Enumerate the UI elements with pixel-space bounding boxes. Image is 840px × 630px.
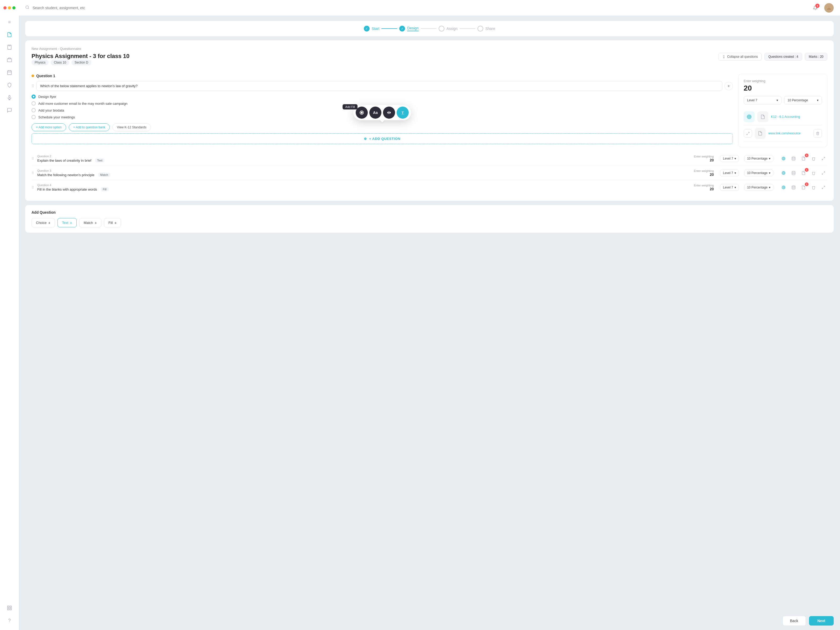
option4-text: Schedule your meetings — [38, 115, 75, 119]
q2-expand-icon[interactable] — [819, 155, 827, 163]
text-type-label: Text — [62, 221, 68, 225]
level-chevron-icon: ▾ — [777, 98, 778, 102]
resource-link-text[interactable]: www.link.com/resource — [768, 131, 811, 135]
add-more-option-button[interactable]: + Add more option — [32, 123, 66, 131]
topbar: 5 — [19, 0, 840, 16]
collapse-btn-label: Collapse all questions — [727, 55, 758, 58]
toolbar-radio-button[interactable] — [356, 107, 368, 118]
table-row: ⠿ Question 3 Match the following newton'… — [32, 166, 827, 180]
q3-level-select[interactable]: Level 7 ▾ — [720, 170, 739, 177]
q2-doc-icon[interactable]: 3 — [800, 155, 807, 163]
q4-pct-select[interactable]: 10 Percentage ▾ — [744, 184, 773, 191]
fill-type-button[interactable]: Fill + — [104, 218, 121, 227]
main-content: 5 ✓ Start ✓ Design — [19, 0, 840, 630]
q3-weight-label: Enter weighting — [694, 169, 714, 172]
svg-line-23 — [747, 134, 748, 135]
view-standards-label: View K-12 Standards — [117, 125, 147, 129]
next-button[interactable]: Next — [809, 616, 834, 625]
back-button[interactable]: Back — [783, 616, 806, 626]
q3-target-icon[interactable] — [780, 169, 788, 177]
menu-icon[interactable]: ≡ — [4, 17, 15, 27]
fill-type-label: Fill — [108, 221, 113, 225]
step-line-3 — [459, 28, 475, 29]
resource-name-link[interactable]: K12 - 6.1 Accounting — [771, 115, 822, 118]
toolbar-arrow-button[interactable] — [383, 107, 395, 118]
option1-radio[interactable] — [32, 95, 36, 99]
q4-expand-icon[interactable] — [819, 183, 827, 191]
option2-radio[interactable] — [32, 101, 36, 106]
step-share-label: Share — [485, 27, 495, 31]
q2-badge: Text — [95, 158, 104, 163]
q2-pct-select[interactable]: 10 Percentage ▾ — [744, 155, 773, 162]
add-to-bank-button[interactable]: + Add to question bank — [69, 123, 110, 131]
document-icon[interactable] — [4, 29, 15, 40]
q2-info: Question 2 Explain the laws of creativit… — [37, 155, 691, 163]
calendar-icon[interactable] — [4, 67, 15, 78]
weighting-value: 20 — [744, 84, 822, 92]
level-select[interactable]: Level 7 ▾ — [744, 96, 782, 104]
option3-radio[interactable] — [32, 108, 36, 112]
clipboard-icon[interactable] — [4, 42, 15, 52]
float-tooltip: Add Fill — [343, 104, 357, 109]
question1-drag-handle[interactable]: ⠿ — [32, 84, 34, 88]
question1-input[interactable] — [36, 81, 722, 91]
match-plus-icon: + — [95, 221, 97, 225]
sidebar: ≡ ? — [0, 0, 19, 630]
svg-line-22 — [748, 132, 749, 133]
q4-target-icon[interactable] — [780, 183, 788, 191]
toolbar-fill-button[interactable]: T — [396, 107, 409, 118]
resource-expand-button[interactable] — [744, 129, 752, 137]
table-row: ⠿ Question 2 Explain the laws of creativ… — [32, 152, 827, 166]
fill-plus-icon: + — [114, 221, 117, 225]
match-type-button[interactable]: Match + — [79, 218, 101, 227]
toolbar-text-button[interactable]: Aa — [369, 107, 381, 118]
q4-delete-icon[interactable] — [810, 183, 818, 191]
svg-rect-6 — [9, 96, 10, 98]
view-standards-button[interactable]: View K-12 Standards — [112, 123, 151, 131]
q4-badge-count: 2 — [805, 182, 808, 186]
search-input[interactable] — [33, 6, 807, 10]
resource-row-1: K12 - 6.1 Accounting — [744, 109, 822, 125]
q3-expand-icon[interactable] — [819, 169, 827, 177]
minimize-dot — [8, 6, 11, 9]
text-type-button[interactable]: Text + — [57, 218, 77, 227]
q2-level-select[interactable]: Level 7 ▾ — [720, 155, 739, 162]
shield-icon[interactable] — [4, 80, 15, 90]
q2-delete-icon[interactable] — [810, 155, 818, 163]
help-icon[interactable]: ? — [4, 615, 15, 626]
mic-icon[interactable] — [4, 92, 15, 103]
q2-db-icon[interactable] — [789, 155, 797, 163]
q2-target-icon[interactable] — [780, 155, 788, 163]
choice-type-button[interactable]: Choice + — [32, 218, 55, 227]
step-design-circle: ✓ — [399, 26, 405, 32]
q2-drag-handle[interactable]: ⠿ — [32, 157, 34, 161]
header-actions: Collapse all questions Questions created… — [718, 53, 827, 61]
question1-add-button[interactable]: + — [725, 82, 733, 90]
q3-drag-handle[interactable]: ⠿ — [32, 171, 34, 175]
q2-weight-val: 20 — [710, 158, 714, 162]
q3-delete-icon[interactable] — [810, 169, 818, 177]
add-question-button[interactable]: ⊕ + ADD QUESTION — [32, 133, 733, 144]
percentage-select[interactable]: 10 Percentage ▾ — [784, 96, 822, 104]
q4-drag-handle[interactable]: ⠿ — [32, 186, 34, 189]
grid-icon[interactable] — [4, 603, 15, 613]
q4-db-icon[interactable] — [789, 183, 797, 191]
q3-db-icon[interactable] — [789, 169, 797, 177]
q4-doc-icon[interactable]: 2 — [800, 183, 807, 191]
q2-num: Question 2 — [37, 155, 691, 158]
resource-delete-button[interactable] — [813, 129, 822, 137]
collapse-all-button[interactable]: Collapse all questions — [718, 53, 762, 61]
q3-pct-select[interactable]: 10 Percentage ▾ — [744, 170, 773, 177]
q4-level-select[interactable]: Level 7 ▾ — [720, 184, 739, 191]
notification-button[interactable]: 5 — [811, 3, 820, 13]
chat-icon[interactable] — [4, 105, 15, 115]
avatar[interactable] — [824, 3, 834, 13]
q4-weight-val: 20 — [710, 187, 714, 191]
badge-icon[interactable] — [4, 55, 15, 65]
option4-radio[interactable] — [32, 115, 36, 119]
add-question-icon: ⊕ — [364, 137, 367, 141]
svg-rect-10 — [10, 606, 11, 608]
q3-doc-icon[interactable]: 1 — [800, 169, 807, 177]
q4-actions: 2 — [780, 183, 827, 191]
option-1: Design flyer — [32, 95, 733, 99]
